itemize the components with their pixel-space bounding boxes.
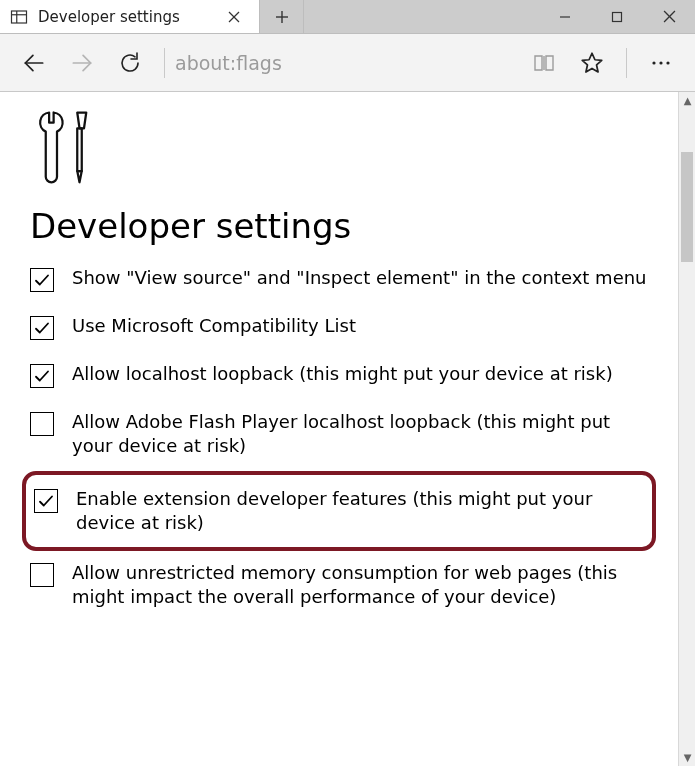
tab-title: Developer settings [38,8,209,26]
scroll-down-button[interactable]: ▼ [679,749,695,766]
minimize-button[interactable] [539,0,591,33]
scroll-thumb[interactable] [681,152,693,262]
svg-point-17 [666,61,669,64]
scroll-up-button[interactable]: ▲ [679,92,695,109]
address-bar[interactable]: about:flags [175,34,520,91]
back-button[interactable] [10,39,58,87]
checkbox[interactable] [30,563,54,587]
checkbox[interactable] [30,412,54,436]
setting-row: Show "View source" and "Inspect element"… [30,266,648,292]
svg-rect-0 [12,11,27,23]
forward-button[interactable] [58,39,106,87]
svg-point-16 [659,61,662,64]
setting-label: Show "View source" and "Inspect element"… [72,266,648,292]
reading-view-button[interactable] [520,39,568,87]
dev-tools-icon [30,108,648,202]
new-tab-button[interactable] [260,0,304,33]
setting-label: Enable extension developer features (thi… [76,487,644,536]
close-window-button[interactable] [643,0,695,33]
checkbox[interactable] [30,268,54,292]
setting-label: Allow localhost loopback (this might put… [72,362,648,388]
browser-tab[interactable]: Developer settings [0,0,260,33]
svg-marker-14 [582,53,602,72]
favorites-button[interactable] [568,39,616,87]
checkbox[interactable] [30,364,54,388]
svg-point-15 [652,61,655,64]
checkbox[interactable] [30,316,54,340]
scrollbar[interactable]: ▲ ▼ [678,92,695,766]
setting-label: Allow unrestricted memory consumption fo… [72,561,648,610]
titlebar: Developer settings [0,0,695,34]
toolbar: about:flags [0,34,695,92]
svg-rect-8 [613,12,622,21]
svg-rect-18 [77,128,82,171]
refresh-button[interactable] [106,39,154,87]
page-icon [10,8,28,26]
checkbox[interactable] [34,489,58,513]
page-content: Developer settings Show "View source" an… [0,92,678,766]
setting-row: Allow localhost loopback (this might put… [30,362,648,388]
tab-close-button[interactable] [219,0,249,33]
page-title: Developer settings [30,206,648,246]
address-text: about:flags [175,52,282,74]
window-controls [539,0,695,33]
setting-row: Use Microsoft Compatibility List [30,314,648,340]
setting-row: Enable extension developer features (thi… [22,471,656,552]
maximize-button[interactable] [591,0,643,33]
setting-row: Allow unrestricted memory consumption fo… [30,561,648,610]
setting-label: Use Microsoft Compatibility List [72,314,648,340]
settings-list: Show "View source" and "Inspect element"… [30,266,648,610]
more-button[interactable] [637,39,685,87]
setting-row: Allow Adobe Flash Player localhost loopb… [30,410,648,459]
setting-label: Allow Adobe Flash Player localhost loopb… [72,410,648,459]
